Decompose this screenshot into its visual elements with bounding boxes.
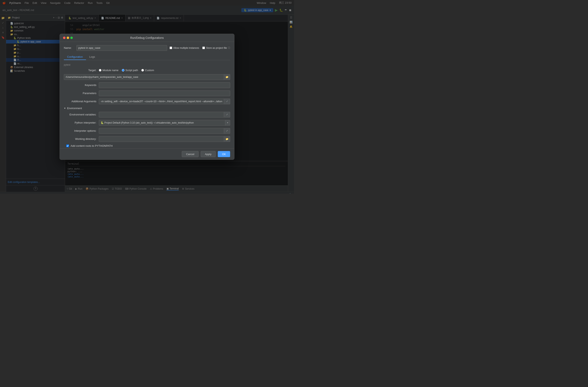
pytest-label: pytest <box>64 63 230 66</box>
dialog-overlay: Run/Debug Configurations Name: Allow mul… <box>0 0 294 194</box>
radio-custom[interactable]: Custom <box>141 69 154 72</box>
environment-label: Environment <box>67 107 82 110</box>
target-radio-group: Module name Script path Custom <box>99 69 154 72</box>
tab-configuration[interactable]: Configuration <box>64 54 86 60</box>
name-input[interactable] <box>76 45 167 51</box>
python-interpreter-dropdown-button[interactable]: ▾ <box>225 120 230 126</box>
name-label: Name: <box>64 46 74 49</box>
interpreter-options-container: ⤢ <box>99 128 230 134</box>
dialog-titlebar: Run/Debug Configurations <box>60 34 234 42</box>
env-vars-label: Environment variables: <box>64 113 96 116</box>
name-row: Name: Allow multiple instances Store as … <box>64 45 230 51</box>
radio-script-path[interactable]: Script path <box>122 69 138 72</box>
working-dir-row: Working directory: 📁 <box>64 136 230 142</box>
run-debug-config-dialog: Run/Debug Configurations Name: Allow mul… <box>60 34 234 160</box>
keywords-row: Keywords <box>64 82 230 88</box>
keywords-label: Keywords <box>64 83 96 87</box>
path-row: 📁 <box>64 74 230 80</box>
parameters-label: Parameters <box>64 92 96 95</box>
environment-arrow-icon: ▼ <box>64 107 66 109</box>
dialog-footer: Cancel Apply OK <box>60 148 234 160</box>
target-row: Target: Module name Script path Custom <box>64 69 230 72</box>
additional-args-container: ⤢ <box>99 99 230 104</box>
interpreter-options-row: Interpreter options: ⤢ <box>64 128 230 134</box>
dialog-body: Name: Allow multiple instances Store as … <box>60 42 234 148</box>
add-content-roots-label: Add content roots to PYTHONPATH <box>71 144 113 147</box>
python-interpreter-dropdown-container: 🐍 Project Default (Python 3.10 (atx_auto… <box>99 120 230 126</box>
keywords-input[interactable] <box>99 82 230 88</box>
interpreter-options-input[interactable] <box>99 128 224 134</box>
env-vars-container: ⤢ <box>99 112 230 118</box>
environment-section-header[interactable]: ▼ Environment <box>64 107 230 110</box>
parameters-input[interactable] <box>99 90 230 96</box>
expand-env-button[interactable]: ⤢ <box>224 112 230 118</box>
info-icon: ⓘ <box>228 46 230 49</box>
radio-module-name[interactable]: Module name <box>99 69 119 72</box>
ok-button[interactable]: OK <box>218 151 230 157</box>
dialog-tabs: Configuration Logs <box>64 54 230 60</box>
minimize-window-button[interactable] <box>67 37 69 39</box>
working-dir-label: Working directory: <box>64 137 96 141</box>
cancel-button[interactable]: Cancel <box>182 151 198 157</box>
apply-button[interactable]: Apply <box>201 151 216 157</box>
env-vars-row: Environment variables: ⤢ <box>64 112 230 118</box>
interpreter-options-label: Interpreter options: <box>64 129 96 132</box>
add-content-roots-checkbox[interactable] <box>66 144 69 147</box>
traffic-lights <box>63 37 73 39</box>
parameters-row: Parameters <box>64 90 230 96</box>
working-dir-container: 📁 <box>99 136 230 142</box>
expand-args-button[interactable]: ⤢ <box>224 99 230 104</box>
additional-args-input[interactable] <box>99 99 224 104</box>
checkbox-group: Allow multiple instances Store as projec… <box>169 46 230 49</box>
maximize-window-button[interactable] <box>70 37 73 39</box>
store-as-project-label[interactable]: Store as project file ⓘ <box>202 46 230 49</box>
allow-multiple-label[interactable]: Allow multiple instances <box>169 46 199 49</box>
store-as-project-checkbox[interactable] <box>202 46 205 49</box>
python-interpreter-label: Python interpreter: <box>64 121 96 124</box>
tab-logs[interactable]: Logs <box>86 54 98 60</box>
close-window-button[interactable] <box>63 37 65 39</box>
browse-working-dir-button[interactable]: 📁 <box>224 136 230 142</box>
working-dir-input[interactable] <box>99 136 224 142</box>
target-label: Target: <box>64 69 96 72</box>
additional-args-label: Additional Arguments <box>64 100 96 103</box>
env-vars-input[interactable] <box>99 112 224 118</box>
python-interpreter-row: Python interpreter: 🐍 Project Default (P… <box>64 120 230 126</box>
expand-interpreter-options-button[interactable]: ⤢ <box>224 128 230 134</box>
python-interpreter-select[interactable]: 🐍 Project Default (Python 3.10 (atx_auto… <box>99 120 225 126</box>
additional-args-row: Additional Arguments ⤢ <box>64 99 230 104</box>
browse-path-button[interactable]: 📁 <box>224 74 230 80</box>
allow-multiple-checkbox[interactable] <box>169 46 172 49</box>
add-content-roots-row: Add content roots to PYTHONPATH <box>64 144 230 147</box>
dialog-title: Run/Debug Configurations <box>63 36 231 40</box>
script-path-input[interactable] <box>64 74 224 80</box>
